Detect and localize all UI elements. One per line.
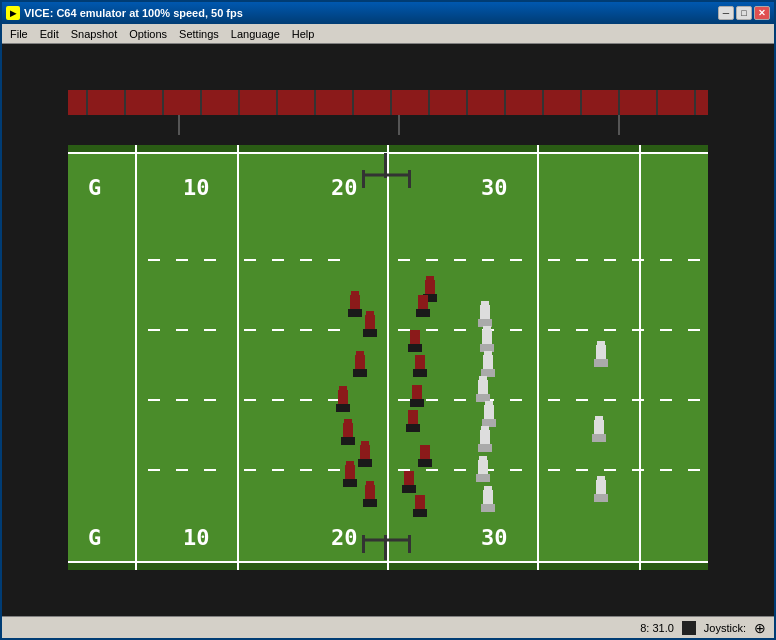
svg-rect-154 xyxy=(595,416,603,421)
menu-help[interactable]: Help xyxy=(286,26,321,42)
menu-file[interactable]: File xyxy=(4,26,34,42)
svg-rect-96 xyxy=(362,535,365,553)
svg-rect-144 xyxy=(476,474,490,482)
svg-rect-121 xyxy=(366,481,374,486)
svg-rect-116 xyxy=(345,465,355,479)
svg-rect-126 xyxy=(478,319,492,327)
svg-rect-129 xyxy=(480,344,494,352)
svg-rect-149 xyxy=(596,345,606,359)
svg-rect-145 xyxy=(479,456,487,461)
svg-rect-93 xyxy=(408,170,411,188)
svg-rect-97 xyxy=(408,535,411,553)
menu-options[interactable]: Options xyxy=(123,26,173,42)
menu-bar: File Edit Snapshot Options Settings Lang… xyxy=(2,24,774,44)
svg-rect-172 xyxy=(415,495,425,509)
svg-rect-109 xyxy=(339,386,347,391)
window-controls: ─ □ ✕ xyxy=(718,6,770,20)
svg-rect-157 xyxy=(597,476,605,481)
svg-rect-165 xyxy=(410,399,424,407)
svg-rect-118 xyxy=(346,461,354,466)
svg-rect-171 xyxy=(402,485,416,493)
svg-rect-131 xyxy=(483,355,493,369)
svg-rect-111 xyxy=(341,437,355,445)
svg-rect-138 xyxy=(482,419,496,427)
svg-text:30: 30 xyxy=(481,525,508,550)
svg-rect-104 xyxy=(355,355,365,369)
svg-rect-106 xyxy=(356,351,364,356)
joystick-label: Joystick: xyxy=(704,622,746,634)
svg-rect-173 xyxy=(413,509,427,517)
svg-rect-108 xyxy=(336,404,350,412)
game-screen: G 10 20 30 G 10 20 30 xyxy=(68,90,708,570)
svg-rect-148 xyxy=(484,486,492,491)
menu-language[interactable]: Language xyxy=(225,26,286,42)
svg-rect-117 xyxy=(343,479,357,487)
svg-text:10: 10 xyxy=(183,175,210,200)
speed-indicator xyxy=(682,621,696,635)
svg-rect-105 xyxy=(353,369,367,377)
svg-rect-146 xyxy=(483,490,493,504)
maximize-button[interactable]: □ xyxy=(736,6,752,20)
svg-rect-134 xyxy=(478,380,488,394)
window-title: VICE: C64 emulator at 100% speed, 50 fps xyxy=(24,7,718,19)
svg-rect-153 xyxy=(592,434,606,442)
svg-rect-162 xyxy=(415,355,425,369)
svg-rect-150 xyxy=(594,359,608,367)
svg-rect-141 xyxy=(478,444,492,452)
svg-rect-137 xyxy=(484,405,494,419)
svg-rect-125 xyxy=(480,305,490,319)
svg-rect-163 xyxy=(413,369,427,377)
svg-rect-124 xyxy=(426,276,434,281)
svg-rect-147 xyxy=(481,504,495,512)
svg-rect-102 xyxy=(363,329,377,337)
main-window: ▶ VICE: C64 emulator at 100% speed, 50 f… xyxy=(0,0,776,640)
svg-rect-155 xyxy=(596,480,606,494)
svg-rect-143 xyxy=(478,460,488,474)
svg-rect-151 xyxy=(597,341,605,346)
svg-rect-136 xyxy=(479,376,487,381)
score-dividers xyxy=(68,115,708,135)
svg-rect-156 xyxy=(594,494,608,502)
svg-text:20: 20 xyxy=(331,175,358,200)
svg-rect-135 xyxy=(476,394,490,402)
svg-rect-170 xyxy=(404,471,414,485)
football-field: G 10 20 30 G 10 20 30 xyxy=(68,145,708,570)
svg-text:10: 10 xyxy=(183,525,210,550)
svg-text:20: 20 xyxy=(331,525,358,550)
svg-rect-92 xyxy=(362,170,365,188)
svg-rect-161 xyxy=(408,344,422,352)
svg-rect-103 xyxy=(366,311,374,316)
minimize-button[interactable]: ─ xyxy=(718,6,734,20)
svg-rect-99 xyxy=(348,309,362,317)
svg-rect-127 xyxy=(481,301,489,306)
svg-rect-128 xyxy=(482,330,492,344)
svg-rect-159 xyxy=(416,309,430,317)
menu-settings[interactable]: Settings xyxy=(173,26,225,42)
svg-rect-132 xyxy=(481,369,495,377)
svg-rect-113 xyxy=(360,445,370,459)
status-bar: 8: 31.0 Joystick: ⊕ xyxy=(2,616,774,638)
menu-snapshot[interactable]: Snapshot xyxy=(65,26,123,42)
svg-rect-164 xyxy=(412,385,422,399)
svg-text:G: G xyxy=(88,525,101,550)
svg-rect-120 xyxy=(363,499,377,507)
svg-rect-168 xyxy=(420,445,430,459)
svg-rect-167 xyxy=(406,424,420,432)
svg-rect-100 xyxy=(351,291,359,296)
svg-text:G: G xyxy=(88,175,101,200)
svg-rect-119 xyxy=(365,485,375,499)
svg-rect-101 xyxy=(365,315,375,329)
svg-rect-133 xyxy=(484,351,492,356)
joystick-icon: ⊕ xyxy=(754,620,766,636)
svg-rect-139 xyxy=(485,401,493,406)
svg-rect-169 xyxy=(418,459,432,467)
app-icon: ▶ xyxy=(6,6,20,20)
svg-rect-114 xyxy=(358,459,372,467)
scoreboard xyxy=(68,90,708,145)
menu-edit[interactable]: Edit xyxy=(34,26,65,42)
title-bar: ▶ VICE: C64 emulator at 100% speed, 50 f… xyxy=(2,2,774,24)
score-banner xyxy=(68,90,708,115)
svg-rect-160 xyxy=(410,330,420,344)
close-button[interactable]: ✕ xyxy=(754,6,770,20)
svg-rect-112 xyxy=(344,419,352,424)
